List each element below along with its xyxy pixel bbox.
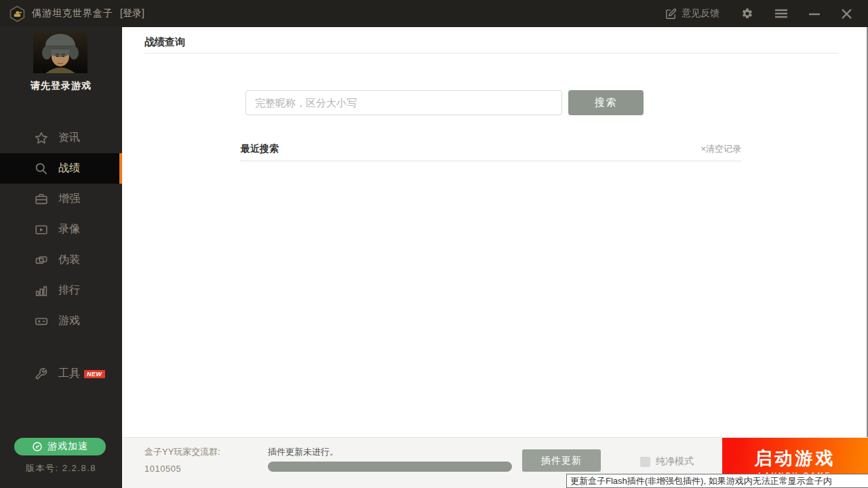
recent-search-title: 最近搜索 <box>241 143 279 155</box>
sidebar-item-label: 战绩 <box>58 161 80 176</box>
recent-search-row: 最近搜索 ×清空记录 <box>241 143 741 155</box>
pure-mode-toggle[interactable]: 纯净模式 <box>640 455 694 468</box>
clear-history-button[interactable]: ×清空记录 <box>701 143 741 155</box>
sidebar-item-label: 伪装 <box>58 253 80 267</box>
sidebar-menu: 资讯战绩增强录像伪装排行游戏工具NEW <box>0 123 122 389</box>
sidebar: 请先登录游戏 资讯战绩增强录像伪装排行游戏工具NEW 游戏加速 版本号: 2.2… <box>0 27 122 488</box>
login-status[interactable]: [登录] <box>120 7 144 20</box>
titlebar: 偶游坦克世界盒子 [登录] 意见反馈 <box>0 0 868 27</box>
app-logo-icon <box>9 5 26 22</box>
minimize-button[interactable] <box>809 9 820 18</box>
close-icon <box>842 9 852 19</box>
briefcase-icon <box>34 192 48 206</box>
layers-icon <box>34 253 48 267</box>
yy-group-label: 盒子YY玩家交流群: <box>144 446 220 458</box>
search-icon <box>34 161 48 176</box>
pure-mode-checkbox[interactable] <box>640 457 650 467</box>
minimize-icon <box>809 9 820 18</box>
star-icon <box>34 131 48 145</box>
plugin-progress-bar <box>268 462 512 472</box>
plugin-update-button[interactable]: 插件更新 <box>522 449 601 472</box>
search-input[interactable] <box>245 90 562 115</box>
speed-refresh-icon <box>32 441 43 452</box>
sidebar-item-label: 录像 <box>58 222 80 237</box>
sidebar-item-games[interactable]: 游戏 <box>0 306 122 336</box>
menu-button[interactable] <box>775 9 787 18</box>
chart-icon <box>34 283 48 298</box>
accelerate-label: 游戏加速 <box>47 441 88 453</box>
yy-group-number: 1010505 <box>144 464 181 474</box>
tooltip: 更新盒子Flash插件(非增强包插件), 如果游戏内无法正常显示盒子内 <box>566 474 868 488</box>
sidebar-item-label: 游戏 <box>58 314 80 328</box>
main-content: 战绩查询 搜索 最近搜索 ×清空记录 <box>122 27 868 437</box>
window-title: 偶游坦克世界盒子 <box>32 7 113 20</box>
close-button[interactable] <box>842 9 852 19</box>
sidebar-item-stats[interactable]: 战绩 <box>0 153 122 184</box>
plugin-status-text: 插件更新未进行。 <box>268 446 338 458</box>
video-icon <box>34 222 48 237</box>
version-label: 版本号: 2.2.8.8 <box>0 462 122 474</box>
sidebar-item-camouflage[interactable]: 伪装 <box>0 245 122 275</box>
edit-icon <box>665 8 677 20</box>
sidebar-item-tools[interactable]: 工具NEW <box>0 359 122 389</box>
game-accelerate-button[interactable]: 游戏加速 <box>14 438 106 455</box>
feedback-label: 意见反馈 <box>682 7 719 20</box>
sidebar-item-enhance[interactable]: 增强 <box>0 184 122 214</box>
new-badge: NEW <box>84 370 105 378</box>
search-button[interactable]: 搜索 <box>568 90 644 115</box>
login-prompt: 请先登录游戏 <box>0 80 122 92</box>
sidebar-item-label: 资讯 <box>58 131 80 145</box>
sidebar-item-label: 增强 <box>58 192 80 206</box>
launch-title: 启动游戏 <box>722 447 868 470</box>
feedback-button[interactable]: 意见反馈 <box>665 7 719 20</box>
recent-divider <box>241 161 741 161</box>
avatar <box>33 30 87 73</box>
sidebar-item-label: 工具 <box>58 367 80 381</box>
hamburger-icon <box>775 9 787 18</box>
gear-icon <box>741 7 753 20</box>
sidebar-item-news[interactable]: 资讯 <box>0 123 122 153</box>
app-window: 偶游坦克世界盒子 [登录] 意见反馈 <box>0 0 868 488</box>
wrench-icon <box>34 367 48 381</box>
sidebar-item-label: 排行 <box>58 283 80 298</box>
tooltip-text: 更新盒子Flash插件(非增强包插件), 如果游戏内无法正常显示盒子内 <box>570 475 832 487</box>
page-title: 战绩查询 <box>144 36 185 49</box>
gamepad-icon <box>34 314 48 328</box>
sidebar-item-replays[interactable]: 录像 <box>0 214 122 245</box>
title-divider <box>144 53 839 54</box>
sidebar-item-ranking[interactable]: 排行 <box>0 275 122 306</box>
pure-mode-label: 纯净模式 <box>656 455 694 468</box>
settings-button[interactable] <box>741 7 753 20</box>
